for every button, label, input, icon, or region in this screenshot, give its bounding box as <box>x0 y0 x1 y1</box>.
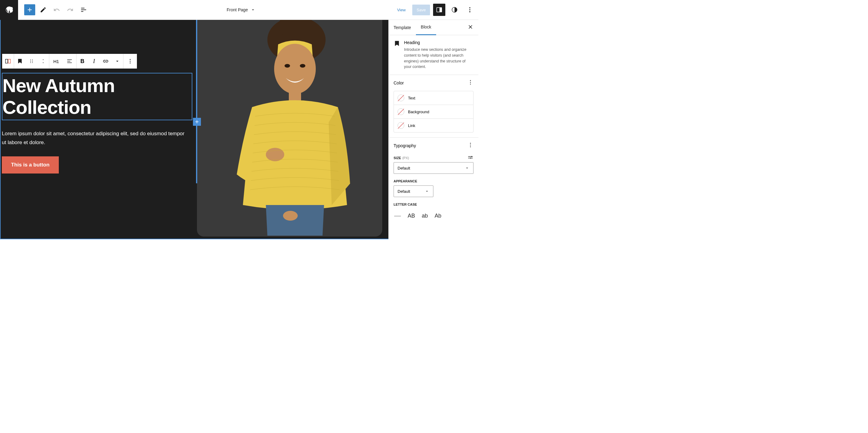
svg-point-3 <box>469 7 470 8</box>
lettercase-upper-button[interactable]: AB <box>407 211 415 220</box>
size-select[interactable]: Default <box>394 162 473 174</box>
svg-point-29 <box>470 145 471 146</box>
block-options-button[interactable] <box>123 54 137 69</box>
contrast-icon <box>451 6 458 13</box>
chevron-down-icon <box>425 189 429 194</box>
more-formatting-button[interactable] <box>112 54 123 69</box>
move-buttons[interactable] <box>37 54 49 69</box>
undo-button <box>51 4 62 15</box>
plus-icon <box>26 6 33 13</box>
more-vertical-icon <box>467 79 473 86</box>
close-icon <box>467 24 473 30</box>
svg-point-19 <box>274 44 316 94</box>
lettercase-none-button[interactable]: — <box>394 210 402 221</box>
heading-text[interactable]: New Autumn Collection <box>2 75 192 119</box>
align-button[interactable] <box>63 54 76 69</box>
list-icon <box>80 6 87 13</box>
person-illustration <box>215 20 375 236</box>
tab-template[interactable]: Template <box>389 20 416 35</box>
options-button[interactable] <box>464 4 476 16</box>
styles-button[interactable] <box>448 4 461 16</box>
more-vertical-icon <box>467 142 473 148</box>
wordpress-icon <box>5 6 13 14</box>
editor-canvas[interactable]: H1 B I <box>0 20 389 239</box>
italic-button[interactable]: I <box>88 54 100 69</box>
svg-point-15 <box>130 61 131 62</box>
svg-point-24 <box>283 211 298 221</box>
svg-point-20 <box>284 64 290 68</box>
topbar-left-tools <box>18 4 89 15</box>
bookmark-icon <box>17 58 23 64</box>
settings-sidebar-toggle[interactable] <box>433 4 445 16</box>
color-link-button[interactable]: Link <box>394 119 473 133</box>
parent-block-button[interactable] <box>2 54 14 69</box>
lettercase-lower-button[interactable]: ab <box>421 211 429 220</box>
wordpress-logo[interactable] <box>0 0 18 20</box>
redo-button <box>65 4 76 15</box>
block-toolbar: H1 B I <box>2 54 137 69</box>
edit-tool-button[interactable] <box>38 4 49 15</box>
svg-point-10 <box>30 62 31 63</box>
size-custom-toggle[interactable] <box>467 154 473 162</box>
paragraph-block[interactable]: Lorem ipsum dolor sit amet, consectetur … <box>2 129 186 147</box>
undo-icon <box>53 6 60 13</box>
plus-icon <box>194 119 200 125</box>
color-background-button[interactable]: Background <box>394 105 473 119</box>
svg-point-14 <box>130 59 131 60</box>
color-swatch-empty <box>398 108 404 115</box>
insert-block-button[interactable] <box>193 118 201 126</box>
svg-point-5 <box>469 11 470 12</box>
pencil-icon <box>40 6 46 13</box>
chevron-down-icon <box>465 166 469 170</box>
lettercase-cap-button[interactable]: Ab <box>434 211 442 220</box>
add-block-button[interactable] <box>24 4 35 15</box>
document-overview-button[interactable] <box>78 4 89 15</box>
svg-point-13 <box>32 62 33 63</box>
color-panel: Color Text Background Link <box>389 75 478 138</box>
svg-point-25 <box>470 80 471 81</box>
heading-block[interactable]: New Autumn Collection <box>2 73 192 120</box>
block-description: Introduce new sections and organize cont… <box>404 47 473 70</box>
svg-point-11 <box>32 59 33 60</box>
chevron-down-icon[interactable] <box>250 7 256 12</box>
link-button[interactable] <box>100 54 112 69</box>
appearance-label: APPEARANCE <box>394 179 417 183</box>
view-link[interactable]: View <box>393 5 409 15</box>
color-text-button[interactable]: Text <box>394 91 473 105</box>
block-info: Heading Introduce new sections and organ… <box>389 35 478 75</box>
typography-panel: Typography SIZE (PX) Default <box>389 138 478 226</box>
sliders-icon <box>467 154 473 160</box>
hero-image-block[interactable] <box>197 20 382 237</box>
columns-icon <box>5 58 11 65</box>
color-panel-menu[interactable] <box>467 79 473 87</box>
chevron-down-icon <box>115 59 120 64</box>
sidebar-tabs: Template Block <box>389 20 478 35</box>
appearance-select[interactable]: Default <box>394 186 433 197</box>
block-type-button[interactable] <box>14 54 26 69</box>
svg-point-4 <box>469 9 470 10</box>
button-block[interactable]: This is a button <box>2 156 59 173</box>
color-panel-title: Color <box>394 80 404 86</box>
svg-rect-6 <box>5 59 8 63</box>
drag-icon <box>29 59 34 64</box>
typography-panel-menu[interactable] <box>467 142 473 149</box>
svg-point-16 <box>130 62 131 63</box>
page-title[interactable]: Front Page <box>227 7 248 12</box>
size-unit: (PX) <box>402 156 409 160</box>
editor-topbar: Front Page View Save <box>0 0 478 20</box>
svg-point-30 <box>470 146 471 147</box>
column-resize-handle[interactable] <box>196 20 197 183</box>
svg-rect-22 <box>289 90 301 101</box>
close-sidebar-button[interactable] <box>463 24 478 31</box>
lettercase-options: — AB ab Ab <box>394 209 473 221</box>
svg-point-9 <box>30 61 31 62</box>
svg-point-23 <box>266 148 284 161</box>
bold-button[interactable]: B <box>76 54 88 69</box>
bookmark-icon <box>394 40 400 47</box>
tab-block[interactable]: Block <box>416 20 436 35</box>
drag-handle[interactable] <box>26 54 37 69</box>
svg-point-12 <box>32 61 33 62</box>
svg-point-27 <box>470 84 471 85</box>
heading-level-button[interactable]: H1 <box>49 54 63 69</box>
sidebar-icon <box>436 6 442 13</box>
